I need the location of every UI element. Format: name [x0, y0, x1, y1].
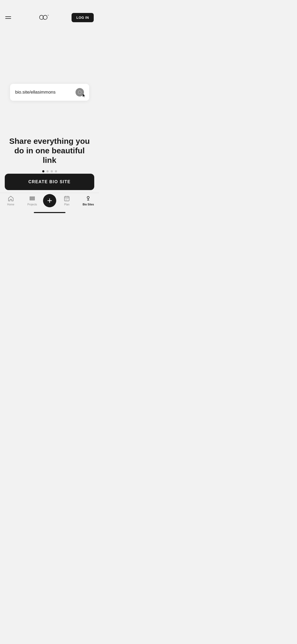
bio-sites-icon — [85, 195, 92, 202]
bottom-navigation: Home Projects — [0, 193, 99, 215]
nav-label-bio-sites: Bio Sites — [83, 203, 94, 206]
dot-1 — [42, 170, 44, 172]
url-action-button[interactable] — [76, 88, 84, 96]
create-bio-site-button[interactable]: CREATE BIO SITE — [5, 174, 94, 190]
logo: + — [36, 13, 50, 22]
hamburger-line-2 — [5, 18, 11, 19]
url-input-container[interactable]: bio.site/ellasimmons — [10, 84, 89, 101]
add-button[interactable] — [43, 194, 56, 207]
logo-svg: + — [36, 13, 50, 22]
menu-button[interactable] — [5, 13, 15, 22]
hamburger-line-1 — [5, 16, 11, 17]
nav-item-add[interactable] — [43, 195, 56, 207]
nav-item-home[interactable]: Home — [0, 195, 21, 206]
svg-point-16 — [87, 196, 89, 199]
nav-item-bio-sites[interactable]: Bio Sites — [78, 195, 99, 206]
url-display: bio.site/ellasimmons — [15, 90, 56, 95]
dot-4 — [55, 170, 57, 172]
home-indicator — [34, 212, 65, 213]
dot-2 — [46, 170, 49, 172]
nav-item-projects[interactable]: Projects — [21, 195, 43, 206]
tagline-heading: Share everything you do in one beautiful… — [8, 136, 91, 165]
nav-label-home: Home — [7, 203, 14, 206]
nav-label-projects: Projects — [27, 203, 37, 206]
cursor-icon — [82, 93, 86, 98]
svg-point-1 — [78, 91, 81, 94]
svg-rect-2 — [30, 197, 35, 197]
nav-label-plan: Plan — [64, 203, 69, 206]
svg-rect-4 — [30, 199, 35, 200]
header: + LOG IN — [0, 0, 99, 23]
login-button[interactable]: LOG IN — [72, 13, 94, 22]
projects-icon — [29, 195, 36, 202]
svg-rect-3 — [30, 198, 35, 199]
plan-icon — [63, 195, 70, 202]
svg-text:+: + — [48, 14, 49, 16]
dot-3 — [51, 170, 53, 172]
nav-item-plan[interactable]: Plan — [56, 195, 78, 206]
plus-icon — [47, 198, 53, 204]
home-icon — [7, 195, 14, 202]
tagline-section: Share everything you do in one beautiful… — [0, 136, 99, 172]
pagination-dots — [42, 170, 57, 172]
circle-icon — [78, 90, 82, 94]
